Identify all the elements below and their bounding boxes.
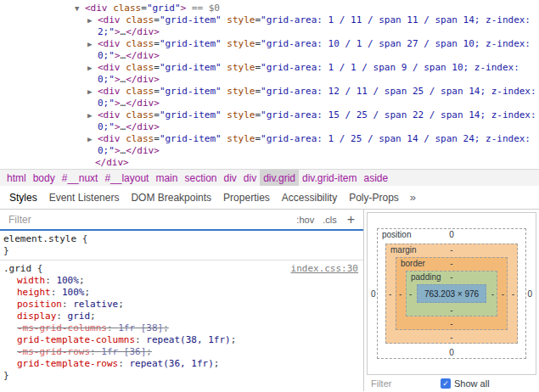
computed-filter-input[interactable] (369, 378, 429, 389)
tree-node-grid-item[interactable]: ▶<div class="grid-item" style="grid-area… (0, 86, 539, 109)
crumb-div[interactable]: div (221, 170, 240, 186)
tab-styles[interactable]: Styles (3, 187, 43, 210)
content-size-value: 763.203 × 976 (424, 289, 479, 299)
selected-node-marker: == $0 (186, 3, 220, 14)
tag-open: <div (85, 3, 113, 14)
tree-node-grid-item[interactable]: ▶<div class="grid-item" style="grid-area… (0, 38, 539, 62)
new-style-rule-button[interactable]: + (347, 213, 355, 227)
toggle-element-classes-button[interactable]: .cls (323, 215, 337, 225)
toggle-hover-state-button[interactable]: :hov (296, 215, 314, 225)
show-all-checkbox[interactable]: ✓ (441, 378, 451, 389)
show-all-label: Show all (454, 378, 490, 389)
attr-name: class (113, 3, 141, 14)
tree-node-grid-item[interactable]: ▶<div class="grid-item" style="grid-area… (0, 14, 539, 38)
sidebar-tabbar: StylesEvent ListenersDOM BreakpointsProp… (0, 186, 539, 210)
tab-event-listeners[interactable]: Event Listeners (43, 187, 126, 210)
crumb-div-grid-item[interactable]: div.grid-item (299, 170, 360, 186)
grid-style-rule: index.css:30.grid { width: 100%; height:… (0, 260, 363, 384)
expand-arrow-icon[interactable]: ▶ (87, 62, 98, 74)
show-all-toggle[interactable]: ✓Show all (441, 378, 490, 389)
tree-node-grid-item[interactable]: ▶<div class="grid-item" style="grid-area… (0, 133, 539, 157)
crumb-main[interactable]: main (152, 170, 181, 186)
box-model-border[interactable]: border - - - - padding - - - - 763.203 (396, 257, 508, 330)
expand-arrow-icon[interactable]: ▶ (87, 14, 98, 26)
computed-pane: 0 0 position 0 0 margin - - - - border -… (364, 210, 539, 391)
expand-arrow-icon[interactable]: ▶ (87, 38, 98, 50)
attr-value: grid (153, 3, 176, 14)
css-property-height[interactable]: height: 100%; (3, 287, 360, 299)
css-property-position[interactable]: position: relative; (3, 299, 360, 311)
expand-arrow-icon[interactable]: ▶ (87, 133, 98, 145)
crumb-section[interactable]: section (181, 170, 220, 186)
tree-node-closing-tag[interactable]: </div> (0, 157, 539, 169)
css-property-grid-template-rows[interactable]: grid-template-rows: repeat(36, 1fr); (3, 358, 360, 370)
styles-filter-toolbar: :hov .cls + (0, 210, 363, 231)
computed-filter-row: ✓Show all (364, 375, 539, 391)
crumb-aside[interactable]: aside (360, 170, 391, 186)
styles-pane: :hov .cls + element.style { } index.css:… (0, 210, 364, 391)
box-model-padding[interactable]: padding - - - - 763.203 × 976 (406, 271, 497, 316)
collapse-arrow-icon[interactable]: ▼ (75, 3, 85, 14)
tab-dom-breakpoints[interactable]: DOM Breakpoints (125, 187, 217, 210)
tree-node-grid-container[interactable]: ▼<div class="grid"> == $0 (0, 3, 539, 14)
rule-selector[interactable]: .grid (3, 263, 31, 274)
stylesheet-source-link[interactable]: index.css:30 (291, 263, 358, 275)
crumb-div[interactable]: div (240, 170, 260, 186)
crumb-div-grid[interactable]: div.grid (260, 170, 299, 186)
tab-accessibility[interactable]: Accessibility (276, 187, 343, 210)
tab-properties[interactable]: Properties (217, 187, 276, 210)
crumb-nuxt[interactable]: #__nuxt (59, 170, 102, 186)
crumb-layout[interactable]: #__layout (101, 170, 152, 186)
box-model-content[interactable]: 763.203 × 976 (417, 284, 486, 303)
element-style-selector[interactable]: element.style (3, 233, 76, 244)
expand-arrow-icon[interactable]: ▶ (87, 109, 98, 121)
css-property-display[interactable]: display: grid; (3, 311, 360, 322)
position-left-value: 0 (371, 289, 376, 299)
more-tabs-icon[interactable]: » (405, 186, 421, 209)
elements-tree: ▼<div class="grid"> == $0 ▶<div class="g… (0, 0, 539, 169)
box-model: 0 0 position 0 0 margin - - - - border -… (367, 212, 536, 375)
element-style-rule: element.style { } (0, 231, 363, 260)
css-property-ms-grid-columns[interactable]: -ms-grid-columns: 1fr [38]; (3, 322, 360, 334)
crumb-body[interactable]: body (30, 170, 59, 186)
styles-filter-input[interactable] (7, 213, 288, 227)
css-property-grid-template-columns[interactable]: grid-template-columns: repeat(38, 1fr); (3, 334, 360, 346)
box-model-margin[interactable]: margin - - - - border - - - - padding - (385, 244, 518, 344)
tab-poly-props[interactable]: Poly-Props (343, 187, 405, 210)
css-property-ms-grid-rows[interactable]: -ms-grid-rows: 1fr [36]; (3, 346, 360, 358)
breadcrumb: htmlbody#__nuxt#__layoutmainsectiondivdi… (0, 169, 539, 186)
box-model-position[interactable]: position 0 0 margin - - - - border - - -… (377, 228, 526, 359)
position-right-value: 0 (527, 289, 532, 299)
expand-arrow-icon[interactable]: ▶ (87, 86, 98, 98)
check-icon: ✓ (442, 379, 449, 388)
crumb-html[interactable]: html (3, 170, 30, 186)
tree-node-grid-item[interactable]: ▶<div class="grid-item" style="grid-area… (0, 62, 539, 86)
css-property-width[interactable]: width: 100%; (3, 275, 360, 287)
tree-node-grid-item[interactable]: ▶<div class="grid-item" style="grid-area… (0, 109, 539, 133)
